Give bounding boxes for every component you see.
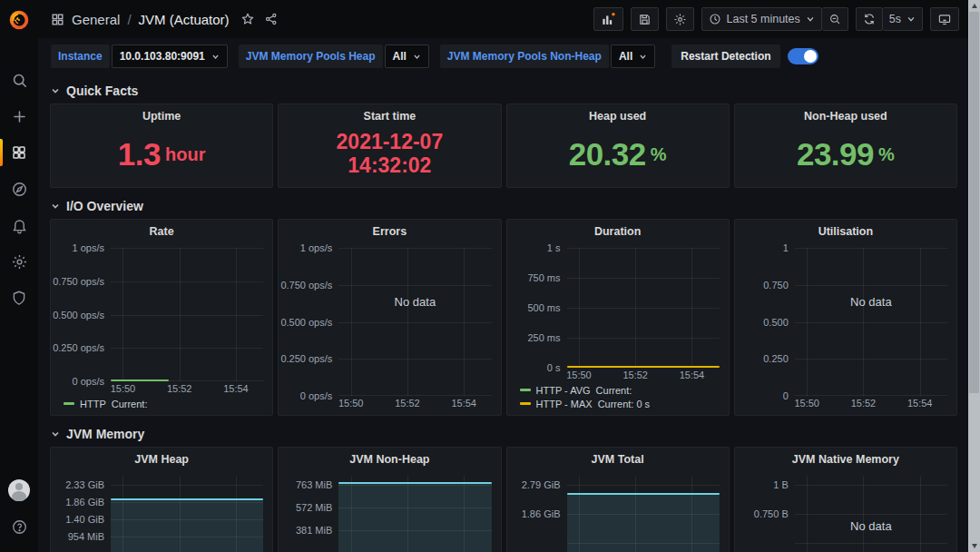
chevron-down-icon [806,15,815,24]
gridline [635,248,636,368]
explore-compass-icon[interactable] [0,171,38,207]
gridline [464,248,465,396]
window-scrollbar[interactable] [968,0,980,552]
dashboard-settings-button[interactable] [666,7,694,31]
panel-title[interactable]: JVM Total [507,448,729,470]
plot-area[interactable] [567,248,720,368]
legend-item[interactable]: HTTP - MAXCurrent: 0 s [520,397,720,410]
add-panel-button[interactable] [593,7,623,31]
grafana-logo[interactable] [0,0,38,40]
series-line [111,498,263,500]
y-tick-label: 1 B [773,479,789,490]
share-icon[interactable] [264,12,279,26]
plot-area[interactable] [567,476,720,552]
gridline [920,476,921,552]
variable-instance-value[interactable]: 10.0.103.80:9091 [112,44,228,68]
y-tick-label: 250 ms [527,332,560,343]
search-icon[interactable] [0,62,38,98]
user-avatar[interactable] [0,472,38,508]
refresh-interval-picker[interactable]: 5s [883,7,923,31]
gridline [338,322,491,323]
panel-title[interactable]: Errors [279,220,500,242]
plot-wrap: 10.7500.5000.2500No data [739,248,947,396]
refresh-interval-label: 5s [889,13,901,25]
jvm-memory-row: JVM Heap2.33 GiB1.86 GiB1.40 GiB954 MiBJ… [50,447,957,552]
dashboards-icon[interactable] [0,134,38,171]
refresh-icon [863,13,876,25]
panel-title[interactable]: Duration [507,220,729,242]
x-tick-label: 15:54 [451,398,476,409]
variable-nonheap-pools-value[interactable]: All [611,44,655,68]
alerting-bell-icon[interactable] [0,207,38,243]
y-axis: 1 s750 ms500 ms250 ms0 s [511,248,567,368]
legend: HTTP - AVGCurrent:HTTP - MAXCurrent: 0 s [520,382,720,410]
panel-title[interactable]: Start time [279,104,500,127]
gridline [567,248,720,249]
legend-swatch [64,402,74,405]
section-quick-facts[interactable]: Quick Facts [50,80,957,102]
create-plus-icon[interactable] [0,98,38,134]
panel-title[interactable]: Rate [51,220,272,242]
scrollbar-up-arrow[interactable] [968,0,980,12]
x-tick-label: 15:52 [622,370,648,380]
restart-detection-toggle[interactable] [788,48,818,64]
dashboard-body: Quick Facts Uptime1.3hourStart time2021-… [38,74,968,552]
y-axis: 763 MiB572 MiB381 MiB [282,476,338,552]
stat-unit: % [878,144,895,165]
tv-mode-button[interactable] [930,7,959,31]
y-tick-label: 1 ops/s [73,242,104,253]
dashboard-title[interactable]: JVM (Actuator) [139,12,230,27]
scrollbar-down-arrow[interactable] [968,540,980,552]
stat-value-area: 2021-12-0714:32:02 [279,127,500,187]
panel-title[interactable]: JVM Native Memory [735,448,956,470]
panel-title[interactable]: Non-Heap used [735,104,956,127]
y-tick-label: 763 MiB [296,479,332,490]
plot-area[interactable]: No data [795,476,947,552]
panel-title[interactable]: JVM Heap [51,448,272,470]
legend-item[interactable]: HTTPCurrent: [64,397,263,410]
y-tick-label: 0.500 [763,317,789,328]
chart-rate: 1 ops/s0.750 ops/s0.500 ops/s0.250 ops/s… [51,242,272,415]
section-io-overview[interactable]: I/O Overview [50,195,957,217]
star-icon[interactable] [240,12,255,26]
plot-area[interactable] [338,476,491,552]
legend-label: HTTP - MAX [536,399,593,409]
scrollbar-thumb[interactable] [969,12,979,393]
breadcrumb-folder[interactable]: General [72,12,120,27]
save-dashboard-button[interactable] [631,7,659,31]
x-tick-label: 15:50 [566,370,592,380]
chart-errors: 1 ops/s0.750 ops/s0.500 ops/s0.250 ops/s… [279,242,500,415]
legend-item[interactable]: HTTP - AVGCurrent: [520,383,720,397]
plot-wrap: 763 MiB572 MiB381 MiB [282,476,491,552]
help-icon[interactable] [0,508,38,545]
y-tick-label: 500 ms [527,302,560,313]
panel-title[interactable]: Utilisation [735,220,956,242]
plot-area[interactable] [111,248,263,381]
stat-value: 23.99 [797,136,874,172]
time-range-picker[interactable]: Last 5 minutes [701,7,822,31]
variable-heap-pools-value[interactable]: All [385,44,429,68]
gridline [111,485,263,486]
server-admin-shield-icon[interactable] [0,280,38,316]
plot-area[interactable] [111,476,263,552]
plot-area[interactable]: No data [795,248,947,396]
panel-title[interactable]: JVM Non-Heap [279,448,500,470]
gridline [863,476,864,552]
zoom-out-time-button[interactable] [822,7,848,31]
section-jvm-memory[interactable]: JVM Memory [50,423,957,445]
panel-title[interactable]: Uptime [51,104,272,127]
gridline [579,248,580,368]
monitor-icon [937,13,952,26]
restart-detection-control: Restart Detection [671,44,818,68]
zoom-out-icon [828,13,841,25]
sidebar [0,0,38,552]
gridline [807,248,808,396]
y-tick-label: 0 ops/s [73,376,104,387]
y-tick-label: 0 [783,390,789,401]
plot-area[interactable]: No data [338,248,491,396]
x-tick-label: 15:50 [794,398,819,409]
panel-title[interactable]: Heap used [507,104,729,127]
configuration-gear-icon[interactable] [0,243,38,280]
refresh-button[interactable] [856,7,883,31]
x-tick-label: 15:52 [167,383,192,394]
